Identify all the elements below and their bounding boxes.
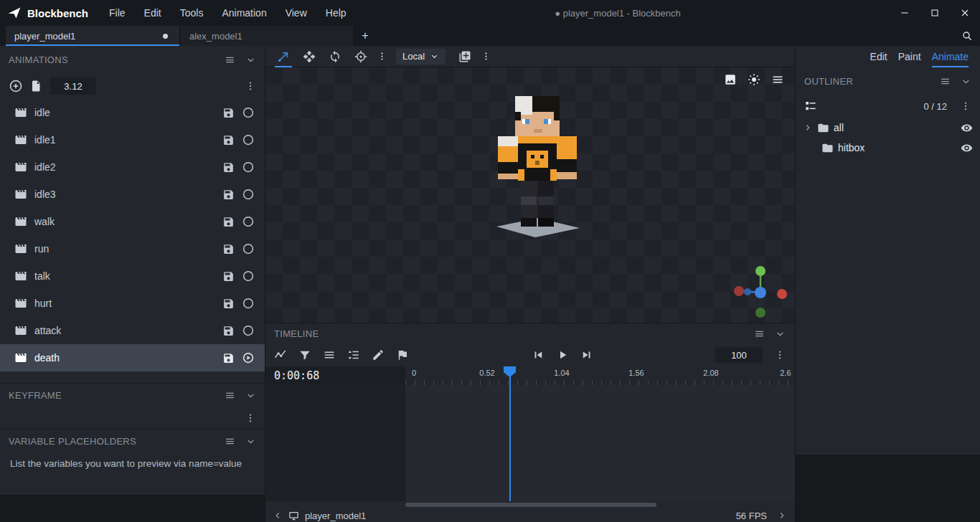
lighting-icon[interactable] [748,73,760,86]
panel-collapse-icon[interactable] [245,390,256,401]
panel-collapse-icon[interactable] [245,436,256,447]
panel-collapse-icon[interactable] [245,54,256,65]
play-animation-icon[interactable] [242,270,255,283]
animation-item[interactable]: attack [0,317,265,344]
save-animation-icon[interactable] [222,352,235,364]
lines-icon[interactable] [323,348,336,361]
close-button[interactable] [950,0,980,26]
panel-menu-icon[interactable] [225,436,235,447]
play-animation-icon[interactable] [242,242,255,255]
sort-channels-icon[interactable] [347,348,360,361]
transform-space-dropdown[interactable]: Local [396,49,446,65]
save-animation-icon[interactable] [222,298,235,310]
save-animation-icon[interactable] [222,161,235,174]
project-tab-alex-model1[interactable]: alex_model1 [181,26,353,46]
search-icon[interactable] [954,26,980,46]
play-animation-icon[interactable] [242,133,255,146]
animation-item[interactable]: walk [0,208,265,235]
menu-edit[interactable]: Edit [135,0,171,26]
play-animation-icon[interactable] [242,351,255,364]
mode-tab-animate[interactable]: Animate [932,46,969,67]
load-animation-file-icon[interactable] [30,80,43,92]
new-tab-button[interactable]: + [353,26,377,46]
rotate-tool-icon[interactable] [323,46,347,67]
outliner-toggles-icon[interactable] [804,100,817,113]
chevron-right-icon[interactable] [803,123,813,133]
mode-tab-paint[interactable]: Paint [898,46,921,67]
save-animation-icon[interactable] [222,189,235,201]
viewport-canvas[interactable] [265,67,794,323]
panel-menu-icon[interactable] [225,390,235,401]
menu-tools[interactable]: Tools [171,0,213,26]
skip-to-end-icon[interactable] [580,348,593,361]
animation-item[interactable]: hurt [0,290,265,317]
outliner-menu-icon[interactable] [960,100,971,112]
play-animation-icon[interactable] [242,188,255,201]
menu-view[interactable]: View [276,0,316,26]
add-keyframe-icon[interactable] [453,46,477,67]
save-animation-icon[interactable] [222,325,235,337]
movie-icon [14,215,27,228]
axis-gizmo[interactable] [733,265,788,320]
outliner-group-hitbox[interactable]: hitbox [796,138,980,158]
add-animation-icon[interactable] [9,79,23,93]
pivot-tool-icon[interactable] [349,46,373,67]
panel-collapse-icon[interactable] [961,76,971,87]
animation-item[interactable]: run [0,235,265,262]
outliner-group-all[interactable]: all [796,118,980,138]
timeline-scrollbar-thumb[interactable] [405,503,656,507]
save-animation-icon[interactable] [222,107,235,119]
save-animation-icon[interactable] [222,243,235,255]
save-animation-icon[interactable] [222,134,235,146]
mode-tab-edit[interactable]: Edit [870,46,887,67]
play-animation-icon[interactable] [242,297,255,310]
chevron-right-icon[interactable] [777,511,787,521]
save-animation-icon[interactable] [222,216,235,228]
play-animation-icon[interactable] [242,106,255,119]
timeline-track-area[interactable] [405,385,794,501]
movie-icon [14,188,27,201]
ruler-label: 0.52 [479,369,494,377]
marker-flag-icon[interactable] [396,348,409,361]
save-animation-icon[interactable] [222,270,235,283]
menu-help[interactable]: Help [316,0,356,26]
edit-keyframes-icon[interactable] [372,348,385,361]
toolbar-menu-icon[interactable] [479,46,493,67]
play-animation-icon[interactable] [242,324,255,337]
animations-toolbar-menu-icon[interactable] [245,80,256,92]
panel-menu-icon[interactable] [225,54,235,65]
panel-collapse-icon[interactable] [775,328,786,339]
animation-item[interactable]: talk [0,262,265,290]
skip-to-start-icon[interactable] [532,348,545,361]
background-image-icon[interactable] [724,73,737,86]
viewport-menu-icon[interactable] [771,73,784,86]
panel-menu-icon[interactable] [940,76,951,87]
play-animation-icon[interactable] [242,215,255,228]
play-animation-icon[interactable] [242,161,255,174]
keyframe-menu-icon[interactable] [245,412,256,424]
maximize-button[interactable] [920,0,950,26]
select-tool-icon[interactable] [271,46,296,67]
animation-item-selected[interactable]: death [0,344,265,371]
menu-file[interactable]: File [100,0,135,26]
project-tab-player-model1[interactable]: player_model1 [6,26,179,46]
animation-item[interactable]: idle1 [0,126,265,153]
panel-menu-icon[interactable] [754,328,765,339]
minimize-button[interactable] [890,0,920,26]
filter-icon[interactable] [298,348,311,361]
graph-editor-icon[interactable] [274,348,287,361]
tool-menu-icon[interactable] [374,46,389,67]
animation-item[interactable]: idle [0,99,265,126]
playback-speed-input[interactable]: 100 [715,347,763,363]
time-ruler-track[interactable]: 0 0.52 1.04 1.56 2.08 2.6 [405,366,794,385]
menu-animation[interactable]: Animation [212,0,275,26]
play-icon[interactable] [556,348,569,361]
animation-item[interactable]: idle2 [0,153,265,181]
visibility-eye-icon[interactable] [961,122,973,134]
animation-snap-value[interactable]: 3.12 [50,77,96,95]
visibility-eye-icon[interactable] [961,142,973,154]
timeline-menu-icon[interactable] [774,349,786,361]
chevron-left-icon[interactable] [273,511,283,521]
move-tool-icon[interactable] [297,46,321,67]
animation-item[interactable]: idle3 [0,181,265,208]
